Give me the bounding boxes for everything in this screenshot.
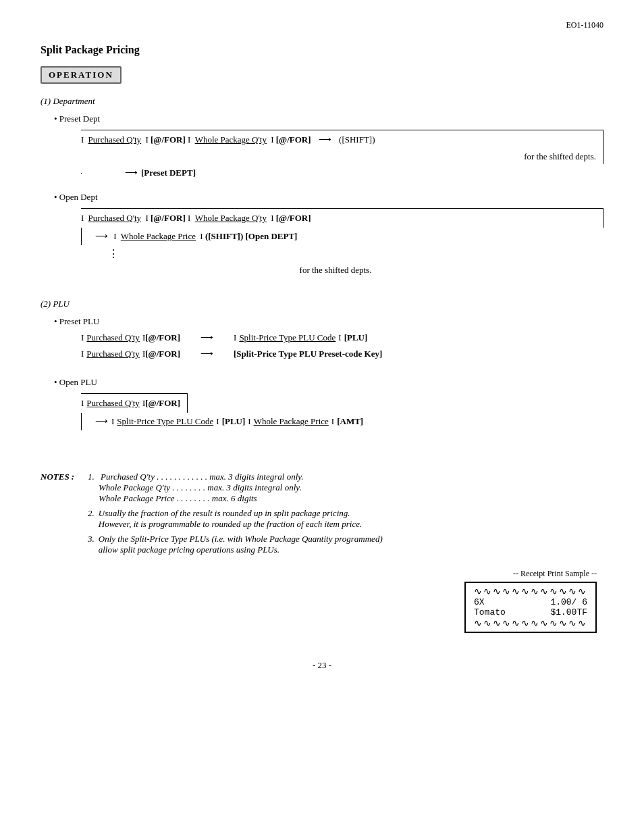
vert-dots-od: ⋮ [108,248,119,259]
preset-plu-label: Preset PLU [54,316,603,327]
open-plu-label: Open PLU [54,377,603,388]
whole-pkg-price-op: Whole Package Price [254,416,329,427]
receipt-item: Tomato [474,607,506,617]
pipe4-od: I [271,213,276,223]
shift-open-btn: ([SHIFT]) [Open DEPT] [205,231,298,241]
preset-dept-diagram: I Purchased Q'ty I [@/FOR] I Whole Packa… [81,130,603,182]
at-for-op: [@/FOR] [145,398,180,409]
pipe1-od: I [81,213,84,223]
preset-dept-btn: [Preset DEPT] [141,168,196,178]
receipt-qty: 6X [474,597,485,607]
pipe1-pp: I [81,332,84,343]
pipe1: I [81,134,84,145]
purchased-qty-pp2: Purchased Q'ty [86,349,140,359]
for-shifted-od: for the shifted depts. [81,265,603,276]
receipt-row-1: 6X 1.00/ 6 [474,597,587,607]
purchased-qty-pp: Purchased Q'ty [86,332,140,343]
note-num-1: 1. [88,472,95,482]
pipe3-od: I [188,213,193,223]
purchased-qty-od: Purchased Q'ty [88,213,142,223]
receipt-row-2: Tomato $1.00TF [474,607,587,617]
pipe2-od: I [145,213,151,223]
purchased-qty-1: Purchased Q'ty [88,134,142,145]
pipe4: I [271,134,276,145]
whole-pkg-qty-1: Whole Package Q'ty [195,134,267,145]
preset-dept-label: Preset Dept [54,113,603,124]
pipe3: I [188,134,193,145]
at-for2-od: [@/FOR] [276,213,311,223]
pipe4-op2: I [331,416,334,427]
notes-label: NOTES : [41,472,88,504]
pipe1-pp2: I [81,349,84,359]
note-num-2: 2. [88,508,95,530]
split-price-type-pp: Split-Price Type PLU Code [239,332,336,343]
whole-pkg-qty-od: Whole Package Q'ty [195,213,267,223]
at-for-od: [@/FOR] [151,213,186,223]
preset-key-pp: [Split-Price Type PLU Preset-code Key] [234,349,382,359]
at-for-pp: [@/FOR] [145,332,180,343]
note-num-3: 3. [88,534,95,555]
pipe4-pp: I [338,332,341,343]
section-plu-title: (2) PLU [41,299,603,309]
whole-pkg-price-od: Whole Package Price [121,231,196,241]
for-shifted-1: for the shifted depts. [524,151,596,161]
plu-row-1: I Purchased Q'ty I [@/FOR] ⟶ I Split-Pri… [81,332,603,343]
notes-section: NOTES : 1. Purchased Q'ty . . . . . . . … [41,472,603,555]
at-for-1: [@/FOR] [151,134,186,145]
split-type-op: Split-Price Type PLU Code [117,416,213,427]
pipe2-od2: I [200,231,205,241]
purchased-qty-op: Purchased Q'ty [86,398,140,409]
receipt-box: ∿∿∿∿∿∿∿∿∿∿∿∿ 6X 1.00/ 6 Tomato $1.00TF ∿… [464,582,597,633]
note-line-1b: Whole Package Q'ty . . . . . . . . max. … [99,482,302,492]
pipe3-pp: I [234,332,236,343]
preset-plu-diagram: I Purchased Q'ty I [@/FOR] ⟶ I Split-Pri… [81,332,603,359]
pipe3-op2: I [248,416,250,427]
plu-row-2: I Purchased Q'ty I [@/FOR] ⟶ [Split-Pric… [81,349,603,359]
note-line-1a: Purchased Q'ty . . . . . . . . . . . . m… [101,472,304,482]
open-dept-label: Open Dept [54,192,603,203]
open-dept-diagram: I Purchased Q'ty I [@/FOR] I Whole Packa… [81,208,603,276]
pipe2-op2: I [216,416,219,427]
pipe1-od2: I [113,231,119,241]
shift-1: ([SHIFT]) [339,134,375,145]
receipt-wavy-top: ∿∿∿∿∿∿∿∿∿∿∿∿ [474,586,587,597]
note-text-3: Only the Split-Price Type PLUs (i.e. wit… [99,534,383,555]
amt-btn-op: [AMT] [337,416,363,427]
pipe1-op: I [81,398,84,409]
open-plu-diagram: I Purchased Q'ty I [@/FOR] ⟶ I Split-Pri… [81,393,603,430]
doc-number: EO1-11040 [41,20,603,30]
at-for-2: [@/FOR] [276,134,311,145]
at-for-pp2: [@/FOR] [145,349,180,359]
plu-btn-op: [PLU] [222,416,246,427]
receipt-total: $1.00TF [550,607,587,617]
plu-btn-pp: [PLU] [344,332,368,343]
section-dept-title: (1) Department [41,96,603,107]
pipe1-op2: I [111,416,114,427]
operation-badge: OPERATION [41,66,122,84]
receipt-price1: 1.00/ 6 [550,597,587,607]
receipt-wavy-bottom: ∿∿∿∿∿∿∿∿∿∿∿∿ [474,617,587,629]
note-text-2: Usually the fraction of the result is ro… [99,508,362,530]
page-title: Split Package Pricing [41,44,603,56]
receipt-label: -- Receipt Print Sample -- [41,569,597,579]
page-footer: - 23 - [41,660,603,671]
note-line-1c: Whole Package Price . . . . . . . . max.… [99,493,257,503]
pipe2: I [145,134,151,145]
